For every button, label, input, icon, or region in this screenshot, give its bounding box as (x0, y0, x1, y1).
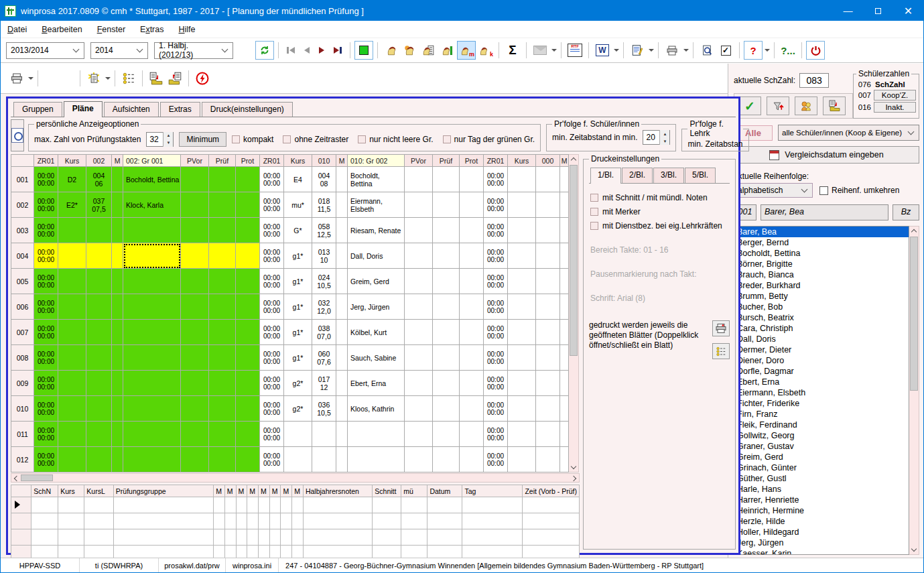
grid-cell[interactable] (433, 269, 460, 294)
grid-cell[interactable] (460, 218, 484, 243)
grid-cell[interactable] (536, 269, 560, 294)
grid-cell[interactable] (433, 167, 460, 192)
grid-cell[interactable] (209, 192, 236, 218)
student-list-item[interactable]: Brauch, Bianca (734, 269, 909, 280)
grid-cell[interactable]: 00:00 00:00 (34, 218, 58, 243)
grid-cell[interactable]: 00:00 00:00 (484, 269, 508, 294)
grid-cell[interactable] (433, 447, 460, 472)
grid-cell[interactable] (508, 167, 536, 192)
grid-cell[interactable]: 013 10 (312, 243, 336, 269)
grid-cell[interactable] (460, 167, 484, 192)
grid-cell[interactable] (58, 320, 86, 345)
print-option-checkbox[interactable]: mit Dienstbez. bei eig.Lehrkräften (590, 221, 728, 231)
grid-cell[interactable]: 00:00 00:00 (260, 422, 284, 447)
grid-cell[interactable]: 00:00 00:00 (34, 294, 58, 320)
word-export-button[interactable]: W (593, 41, 612, 60)
grid-cell[interactable] (460, 294, 484, 320)
grid-cell[interactable] (433, 371, 460, 396)
grid-cell[interactable] (536, 294, 560, 320)
grid-cell[interactable] (336, 422, 348, 447)
grid-cell[interactable]: g1* (284, 269, 312, 294)
student-list-item[interactable]: Börner, Brigitte (734, 259, 909, 269)
grid-cell[interactable] (508, 243, 536, 269)
grid-cell[interactable] (236, 371, 260, 396)
transfer-button[interactable] (823, 97, 846, 115)
grid-cell[interactable] (58, 294, 86, 320)
student-list-item[interactable]: Grinach, Günter (734, 462, 909, 473)
grid-cell[interactable] (560, 447, 569, 472)
student-list-item[interactable]: Bocholdt, Bettina (734, 248, 909, 259)
grid-cell[interactable] (209, 396, 236, 422)
student-list-item[interactable]: Firn, Franz (734, 409, 909, 420)
print-dropdown[interactable] (683, 49, 689, 52)
grid-cell[interactable] (433, 345, 460, 371)
grid-cell[interactable]: 00:00 00:00 (34, 269, 58, 294)
print-option-checkbox[interactable]: mit Merker (590, 207, 728, 216)
grid-cell[interactable] (181, 320, 209, 345)
grid-cell[interactable]: 00:00 00:00 (34, 167, 58, 192)
print-sheets-button[interactable] (712, 320, 730, 336)
print-plan-button[interactable] (7, 69, 26, 88)
grid-cell[interactable] (86, 218, 112, 243)
student-list-item[interactable]: Greim, Gerd (734, 452, 909, 462)
refresh-button[interactable] (255, 41, 274, 60)
grid-cell[interactable] (236, 218, 260, 243)
grid-cell[interactable] (181, 422, 209, 447)
grid-cell[interactable] (112, 320, 123, 345)
grid-cell[interactable]: 004 08 (312, 167, 336, 192)
conflict-check-button[interactable] (193, 69, 212, 88)
grid-cell[interactable]: 00:00 00:00 (260, 167, 284, 192)
sheet-tab[interactable]: 5/Bl. (685, 168, 716, 183)
grid-cell[interactable] (86, 269, 112, 294)
grid-cell[interactable] (112, 345, 123, 371)
grid-cell[interactable] (336, 371, 348, 396)
student-list-item[interactable]: Bursch, Beatrix (734, 312, 909, 323)
vergleichsdatum-button[interactable]: Vergleichsdatum eingeben (734, 146, 919, 164)
grid-cell[interactable]: Kölbel, Kurt (348, 320, 405, 345)
grid-cell[interactable] (460, 192, 484, 218)
student-list-item[interactable]: Kaesser, Karin (734, 548, 909, 555)
grid-cell[interactable]: 032 12,0 (312, 294, 336, 320)
green-status-button[interactable] (354, 41, 373, 60)
grid-cell[interactable]: 00:00 00:00 (260, 345, 284, 371)
grid-cell[interactable] (405, 192, 433, 218)
student-group-button[interactable] (401, 41, 419, 60)
student-list-item[interactable]: Holler, Hildegard (734, 527, 909, 537)
grid-cell[interactable]: 004 06 (86, 167, 112, 192)
student-list-item[interactable]: Harle, Hans (734, 484, 909, 495)
grid-cell[interactable] (348, 422, 405, 447)
grid-cell[interactable] (336, 192, 348, 218)
sum-button[interactable]: Σ (503, 41, 522, 60)
grid-cell[interactable] (508, 396, 536, 422)
grid-cell[interactable] (123, 447, 181, 472)
grid-cell[interactable] (460, 269, 484, 294)
grid-cell[interactable] (405, 320, 433, 345)
grid-cell[interactable] (58, 243, 86, 269)
student-list-scrollbar[interactable] (909, 226, 919, 555)
grid-cell[interactable] (112, 371, 123, 396)
grid-cell[interactable]: Bocholdt, Bettina (123, 167, 181, 192)
grid-cell[interactable] (236, 396, 260, 422)
grid-cell[interactable]: 058 12,5 (312, 218, 336, 243)
student-list-item[interactable]: Diener, Doro (734, 355, 909, 366)
new-sheet-button[interactable] (84, 69, 103, 88)
grid-cell[interactable] (181, 447, 209, 472)
grid-cell[interactable] (112, 422, 123, 447)
grid-cell[interactable] (536, 447, 560, 472)
grid-cell[interactable] (508, 218, 536, 243)
grid-cell[interactable]: 00:00 00:00 (484, 396, 508, 422)
grid-cell[interactable] (405, 447, 433, 472)
grid-cell[interactable] (336, 345, 348, 371)
grid-cell[interactable] (348, 447, 405, 472)
grid-cell[interactable]: 00:00 00:00 (484, 320, 508, 345)
students-button[interactable] (795, 97, 817, 115)
grid-cell[interactable]: 00:00 00:00 (260, 294, 284, 320)
tab[interactable]: Druck(einstellungen) (202, 102, 293, 117)
grid-cell[interactable]: 00:00 00:00 (484, 447, 508, 472)
close-button[interactable]: ✕ (893, 1, 923, 21)
grid-cell[interactable] (86, 294, 112, 320)
grid-cell[interactable]: Ebert, Erna (348, 371, 405, 396)
student-list-item[interactable]: Dall, Doris (734, 334, 909, 344)
grid-cell[interactable] (536, 422, 560, 447)
grid-cell[interactable]: 037 07,5 (86, 192, 112, 218)
